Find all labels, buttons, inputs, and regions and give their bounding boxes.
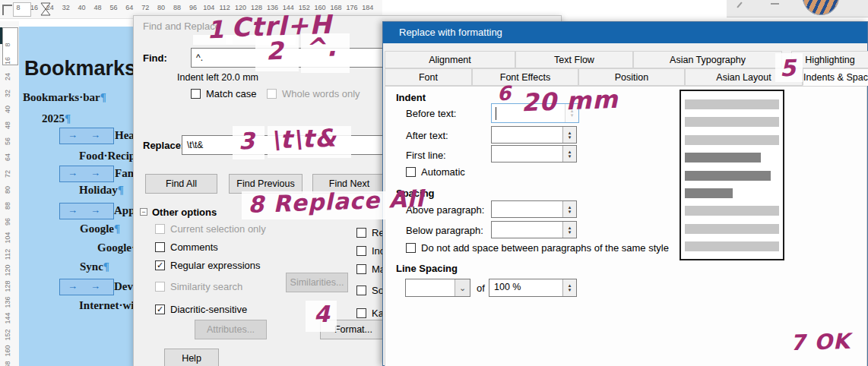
vertical-ruler[interactable]: 8162432404856647280889610411212012813614… (0, 21, 20, 366)
line-spacing-percent-input[interactable]: 100 % ▴▾ (489, 279, 577, 297)
ruler-number: 88 (4, 197, 11, 214)
tab-marks-selection-box: →→ (59, 203, 114, 219)
checkbox-box[interactable] (155, 242, 165, 252)
option-checkbox-truncated[interactable]: Re (356, 226, 385, 238)
tab-text-flow[interactable]: Text Flow (515, 51, 633, 68)
first-line-input[interactable]: ▴▾ (491, 145, 577, 162)
paragraph-preview (680, 90, 784, 260)
spinner-arrows[interactable]: ▴▾ (562, 201, 576, 217)
checkbox-box[interactable] (356, 286, 366, 295)
automatic-checkbox[interactable]: Automatic (406, 166, 465, 178)
spinner-arrows[interactable]: ▴▾ (562, 222, 576, 238)
ruler-number: 104 (4, 229, 11, 246)
below-paragraph-label: Below paragraph: (406, 225, 483, 236)
doc-text: Google (80, 222, 114, 235)
find-previous-button[interactable]: Find Previous (229, 174, 303, 194)
checkbox-box[interactable]: ✓ (155, 304, 165, 314)
checkbox-box[interactable] (356, 228, 366, 238)
ruler-number: 136 (4, 294, 11, 311)
screen-edge-sliver (0, 27, 2, 44)
pilcrow-mark: ¶ (100, 91, 106, 103)
whole-words-checkbox: Whole words only (267, 87, 360, 99)
ruler-number: 16 (4, 52, 11, 69)
tab-alignment[interactable]: Alignment (385, 51, 515, 68)
tab-marks-selection-box: →→ (59, 166, 114, 182)
before-text-input[interactable]: ▴▾ (491, 103, 579, 123)
tab-asian-typography[interactable]: Asian Typography (633, 51, 782, 68)
find-next-button[interactable]: Find Next (312, 174, 386, 194)
option-checkbox-truncated[interactable]: Inc (356, 245, 385, 257)
checkbox-box[interactable] (406, 243, 416, 253)
option-checkbox-truncated[interactable]: Ma (356, 263, 385, 275)
option-checkbox-regular-expressions[interactable]: ✓Regular expressions (155, 259, 261, 271)
tab-marks-selection-box: →→ (59, 279, 114, 295)
ruler-number: 80 (4, 181, 11, 198)
no-space-same-style-checkbox[interactable]: Do not add space between paragraphs of t… (406, 241, 669, 254)
replace-with-formatting-dialog: Replace with formatting AlignmentText Fl… (382, 21, 868, 366)
tab-arrow-icon: → (68, 129, 78, 140)
option-checkbox-truncated[interactable]: Ka (356, 307, 384, 319)
doc-text: Bookmarks·bar (23, 91, 100, 103)
ruler-number: 32 (4, 85, 11, 102)
find-label: Find: (143, 52, 167, 64)
dialog-titlebar[interactable]: Replace with formatting (383, 22, 867, 43)
tab-arrow-icon: → (90, 167, 100, 178)
ruler-number: 56 (4, 133, 11, 150)
pilcrow-mark: ¶ (65, 112, 71, 125)
dialog-title[interactable]: Find and Replace (143, 21, 220, 32)
tab-position[interactable]: Position (578, 68, 685, 86)
spinner-arrows[interactable]: ▴▾ (565, 104, 578, 122)
help-button[interactable]: Help (164, 349, 219, 366)
checkbox-box (155, 224, 165, 234)
checkbox-label: Comments (170, 241, 218, 253)
checkbox-box[interactable] (356, 264, 366, 274)
other-options-expander[interactable]: − Other options (140, 206, 217, 218)
option-checkbox-diacritic-sensitive[interactable]: ✓Diacritic-sensitive (155, 303, 247, 315)
checkbox-box[interactable] (191, 89, 201, 99)
match-case-checkbox[interactable]: Match case (191, 87, 256, 99)
below-paragraph-input[interactable]: ▴▾ (491, 221, 577, 238)
background-window-strip (727, 0, 868, 17)
doc-text: Internet·wifi (79, 299, 141, 311)
similarities-button: Similarities... (286, 273, 348, 292)
doc-text: Food·Recipe (79, 150, 141, 162)
option-checkbox-truncated[interactable]: So (356, 284, 384, 296)
tab-font[interactable]: Font (385, 68, 472, 86)
collapse-icon[interactable]: − (140, 208, 147, 216)
tab-indents-spac[interactable]: Indents & Spac (803, 68, 868, 86)
tab-arrow-icon: → (68, 167, 78, 178)
checkbox-box[interactable] (356, 308, 366, 318)
preview-bar (685, 224, 779, 234)
ruler-number: 40 (4, 101, 11, 118)
preview-bar (685, 171, 771, 181)
preview-bar (685, 206, 779, 216)
tab-highlighting[interactable]: Highlighting (791, 51, 868, 68)
chevron-down-icon[interactable]: ⌄ (455, 279, 470, 296)
ruler-number: 24 (4, 68, 11, 85)
checkbox-box[interactable]: ✓ (155, 260, 165, 270)
after-text-input[interactable]: ▴▾ (491, 126, 577, 144)
tab-arrow-icon: → (68, 204, 78, 216)
after-text-label: After text: (406, 130, 448, 141)
format-button[interactable]: Format... (320, 320, 387, 339)
spinner-arrows[interactable]: ▴▾ (562, 146, 576, 162)
checkbox-box[interactable] (406, 167, 416, 177)
find-all-button[interactable]: Find All (145, 174, 217, 194)
spinner-arrows[interactable]: ▴▾ (562, 127, 576, 143)
line-spacing-section-heading: Line Spacing (396, 263, 458, 274)
minimize-icon (771, 3, 779, 5)
ruler-number: 48 (4, 117, 11, 134)
spinner-arrows[interactable]: ▴▾ (562, 279, 576, 296)
checkbox-label: Regular expressions (170, 260, 261, 271)
tab-asian-layout[interactable]: Asian Layout (685, 68, 803, 86)
above-paragraph-input[interactable]: ▴▾ (491, 200, 577, 218)
checkbox-box[interactable] (356, 246, 366, 256)
option-checkbox-comments[interactable]: Comments (155, 241, 218, 253)
ruler-number: 152 (4, 327, 11, 343)
preview-bar (685, 99, 779, 109)
doc-heading: Bookmarks¶ (24, 57, 146, 80)
ruler-number: 168 (4, 358, 11, 366)
tab-font-effects[interactable]: Font Effects (472, 68, 578, 86)
line-spacing-dropdown[interactable]: ⌄ (405, 279, 470, 297)
doc-text-line: Sync¶ (80, 260, 109, 273)
